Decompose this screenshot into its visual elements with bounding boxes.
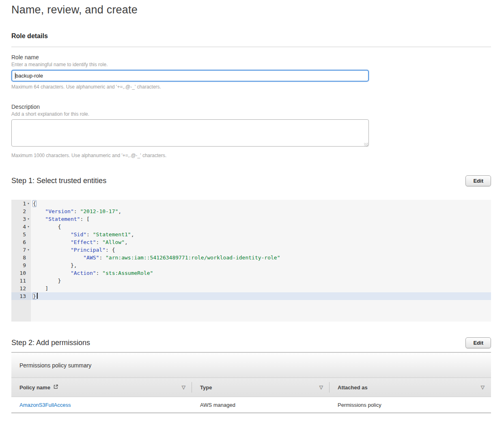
editor-code-line[interactable]: } <box>31 292 491 300</box>
sort-filter-icon[interactable]: ▽ <box>182 384 185 390</box>
text-caret <box>15 73 15 79</box>
page-container: Name, review, and create Role details Ro… <box>0 0 504 413</box>
editor-gutter: 1▾23▾4▾567▾8910111213 <box>11 200 31 322</box>
editor-code-line[interactable]: "Version": "2012-10-17", <box>31 207 491 215</box>
fold-arrow-icon[interactable]: ▾ <box>26 215 31 223</box>
role-name-hint: Enter a meaningful name to identify this… <box>11 62 491 68</box>
role-name-constraint: Maximum 64 characters. Use alphanumeric … <box>11 84 491 90</box>
step1-header-row: Step 1: Select trusted entities Edit <box>11 175 491 186</box>
column-header-attached-as[interactable]: Attached as ▽ <box>330 378 491 397</box>
description-label: Description <box>11 104 491 110</box>
permissions-panel-title: Permissions policy summary <box>11 353 491 378</box>
editor-code-line[interactable]: { <box>31 223 491 231</box>
description-textarea[interactable] <box>11 119 369 147</box>
role-name-label: Role name <box>11 54 491 61</box>
trust-policy-editor[interactable]: 1▾23▾4▾567▾8910111213 { "Version": "2012… <box>11 200 491 322</box>
text-cursor <box>37 293 38 299</box>
editor-line-number: 10 <box>11 269 31 277</box>
step2-edit-button[interactable]: Edit <box>465 337 491 348</box>
attached-as-cell: Permissions policy <box>330 402 491 408</box>
role-name-input-wrap <box>11 70 369 82</box>
description-hint: Add a short explanation for this role. <box>11 111 491 117</box>
description-textarea-wrap <box>11 119 369 148</box>
sort-filter-icon[interactable]: ▽ <box>481 384 485 390</box>
description-constraint: Maximum 1000 characters. Use alphanumeri… <box>11 153 491 159</box>
policy-name-cell: AmazonS3FullAccess <box>11 402 192 408</box>
editor-line-number[interactable]: 1▾ <box>11 200 31 207</box>
editor-code-line[interactable]: "Principal": { <box>31 246 491 254</box>
step2-heading: Step 2: Add permissions <box>11 339 90 347</box>
fold-arrow-icon[interactable]: ▾ <box>26 246 31 254</box>
editor-code-line[interactable]: "Action": "sts:AssumeRole" <box>31 269 491 277</box>
editor-code[interactable]: { "Version": "2012-10-17", "Statement": … <box>31 200 491 322</box>
editor-line-number: 12 <box>11 285 31 292</box>
editor-line-number: 9 <box>11 261 31 269</box>
policy-name-link[interactable]: AmazonS3FullAccess <box>19 402 71 408</box>
step2-header-row: Step 2: Add permissions Edit <box>11 337 491 348</box>
policy-type-cell: AWS managed <box>192 402 330 408</box>
editor-line-number: 2 <box>11 207 31 215</box>
page-title: Name, review, and create <box>11 0 491 16</box>
column-header-policy-name[interactable]: Policy name ▽ <box>11 378 192 397</box>
editor-line-number: 13 <box>11 292 31 300</box>
editor-line-number: 11 <box>11 277 31 285</box>
step1-heading: Step 1: Select trusted entities <box>11 177 106 185</box>
editor-code-line[interactable]: "AWS": "arn:aws:iam::541263489771:role/w… <box>31 254 491 261</box>
permissions-summary-panel: Permissions policy summary Policy name ▽… <box>11 352 491 413</box>
step1-edit-button[interactable]: Edit <box>465 175 491 186</box>
role-name-input[interactable] <box>11 70 369 82</box>
editor-code-line[interactable]: ] <box>31 285 491 292</box>
editor-line-number[interactable]: 3▾ <box>11 215 31 223</box>
fold-arrow-icon[interactable]: ▾ <box>26 200 31 207</box>
editor-code-line[interactable]: "Effect": "Allow", <box>31 238 491 246</box>
editor-line-number[interactable]: 7▾ <box>11 246 31 254</box>
role-details-heading: Role details <box>11 32 491 40</box>
editor-code-line[interactable]: } <box>31 277 491 285</box>
section-divider <box>11 47 491 47</box>
external-link-icon <box>53 384 58 391</box>
editor-code-line[interactable]: "Statement": [ <box>31 215 491 223</box>
editor-line-number: 5 <box>11 231 31 238</box>
editor-code-line[interactable]: "Sid": "Statement1", <box>31 231 491 238</box>
editor-line-number: 6 <box>11 238 31 246</box>
column-header-type[interactable]: Type ▽ <box>192 378 330 397</box>
permissions-table-header: Policy name ▽ Type ▽ Attached as ▽ <box>11 378 491 397</box>
editor-line-number[interactable]: 4▾ <box>11 223 31 231</box>
sort-filter-icon[interactable]: ▽ <box>319 384 323 390</box>
editor-code-line[interactable]: }, <box>31 261 491 269</box>
fold-arrow-icon[interactable]: ▾ <box>26 223 31 231</box>
editor-code-line[interactable]: { <box>31 200 491 207</box>
table-row: AmazonS3FullAccess AWS managed Permissio… <box>11 397 491 413</box>
editor-line-number: 8 <box>11 254 31 261</box>
